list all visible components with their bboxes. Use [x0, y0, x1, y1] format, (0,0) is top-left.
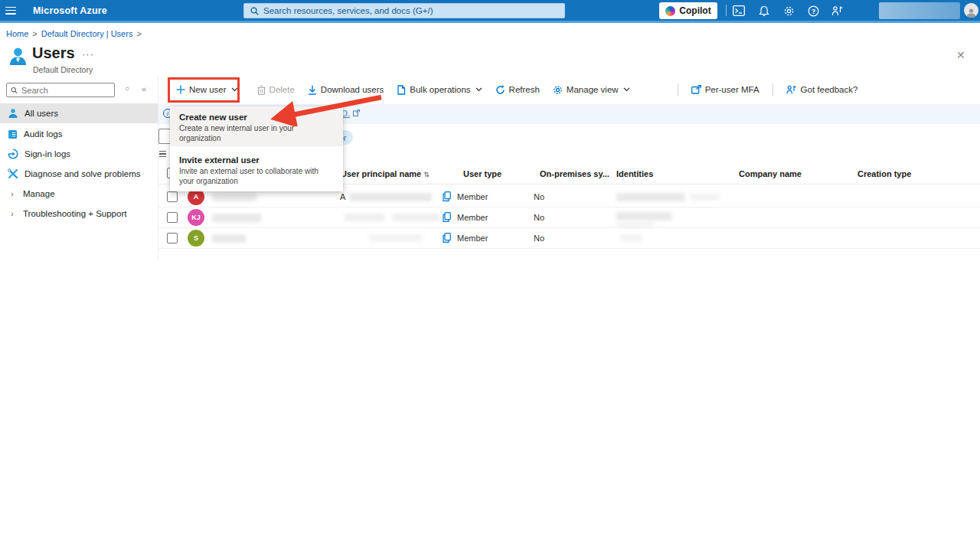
feedback-flag-icon [786, 85, 797, 94]
user-type-cell: Member [457, 213, 488, 222]
sidebar-item-diagnose[interactable]: Diagnose and solve problems [0, 164, 158, 184]
column-header-creation-type[interactable]: Creation type [858, 169, 911, 178]
column-header-on-premises[interactable]: On-premises sy... [540, 169, 609, 178]
global-search-placeholder: Search resources, services, and docs (G+… [263, 6, 433, 15]
redacted-identities [691, 194, 720, 201]
new-user-button[interactable]: New user [170, 85, 244, 94]
topbar-divider [726, 5, 727, 16]
sidebar-mini-circle-icon[interactable]: ○ [125, 84, 129, 93]
download-users-label: Download users [321, 85, 384, 94]
delete-button[interactable]: Delete [257, 85, 295, 95]
menu-item-description: Invite an external user to collaborate w… [179, 167, 334, 186]
sidebar-item-label: Troubleshooting + Support [23, 209, 126, 218]
row-checkbox[interactable] [167, 233, 178, 243]
breadcrumb-home-link[interactable]: Home [6, 29, 28, 38]
copy-icon[interactable] [443, 212, 451, 222]
per-user-mfa-label: Per-user MFA [705, 85, 760, 94]
copilot-label: Copilot [679, 5, 710, 16]
chevron-right-icon: › [8, 190, 17, 198]
copy-icon[interactable] [443, 233, 451, 243]
title-more-icon[interactable]: ··· [82, 48, 94, 60]
breadcrumb-current-link[interactable]: Default Directory | Users [41, 29, 133, 38]
sidebar-item-label: Audit logs [24, 129, 63, 139]
got-feedback-label: Got feedback? [801, 85, 858, 94]
sidebar-collapse-icon[interactable]: « [142, 84, 146, 93]
manage-view-label: Manage view [567, 85, 619, 94]
chevron-down-icon [475, 87, 482, 92]
redacted-identities [616, 212, 671, 221]
sidebar-item-audit-logs[interactable]: Audit logs [0, 124, 158, 144]
column-header-label: User principal name [341, 169, 421, 178]
hamburger-menu-icon[interactable] [5, 7, 16, 15]
bulk-operations-button[interactable]: Bulk operations [397, 85, 482, 95]
per-user-mfa-button[interactable]: Per-user MFA [691, 85, 760, 94]
table-row[interactable] [158, 208, 980, 228]
user-type-cell: Member [457, 234, 488, 243]
sidebar-item-troubleshooting[interactable]: › Troubleshooting + Support [0, 204, 158, 224]
redacted-upn [392, 214, 439, 221]
open-window-icon [691, 85, 701, 94]
svg-text:?: ? [811, 7, 815, 15]
settings-gear-icon[interactable] [782, 4, 795, 18]
bulk-operations-icon [397, 85, 406, 95]
sidebar-search-field[interactable] [21, 86, 110, 95]
on-premises-cell: No [534, 192, 544, 201]
manage-view-button[interactable]: Manage view [553, 85, 630, 95]
menu-item-invite-external-user[interactable]: Invite external user Invite an external … [170, 149, 343, 191]
sidebar-item-sign-in-logs[interactable]: Sign-in logs [0, 144, 158, 164]
column-header-upn[interactable]: User principal name ⇅ [341, 169, 430, 178]
cloud-shell-icon[interactable] [732, 4, 746, 18]
refresh-button[interactable]: Refresh [495, 85, 540, 95]
download-icon [308, 85, 317, 95]
sidebar-item-manage[interactable]: › Manage [0, 184, 158, 204]
trash-icon [257, 85, 266, 95]
copilot-button[interactable]: Copilot [659, 2, 717, 19]
column-header-company-name[interactable]: Company name [739, 169, 802, 178]
table-row[interactable] [158, 228, 980, 249]
user-avatar[interactable] [964, 3, 978, 18]
column-header-user-type[interactable]: User type [463, 169, 501, 178]
upn-cell: A [340, 192, 345, 201]
notifications-bell-icon[interactable] [757, 4, 771, 18]
search-icon [11, 87, 18, 94]
sidebar-item-label: Manage [23, 189, 55, 198]
command-bar: New user Delete Download users Bulk oper… [170, 77, 858, 103]
close-blade-icon[interactable]: ✕ [956, 49, 965, 61]
refresh-icon [495, 85, 505, 95]
bulk-operations-label: Bulk operations [410, 85, 470, 94]
column-header-identities[interactable]: Identities [616, 169, 653, 178]
menu-item-create-new-user[interactable]: Create new user Create a new internal us… [170, 106, 343, 146]
toolbar-divider [773, 83, 773, 96]
redacted-identities [616, 222, 655, 227]
breadcrumb: Home > Default Directory | Users > [6, 29, 142, 38]
on-premises-cell: No [534, 213, 544, 222]
copilot-icon [665, 6, 675, 16]
got-feedback-button[interactable]: Got feedback? [786, 85, 858, 94]
sidebar-item-label: Sign-in logs [24, 149, 70, 158]
sort-icon: ⇅ [423, 171, 430, 178]
redacted-upn [369, 234, 423, 241]
copy-icon[interactable] [443, 191, 451, 201]
filter-icon[interactable] [159, 151, 166, 157]
sidebar-item-label: Diagnose and solve problems [24, 169, 141, 178]
row-checkbox[interactable] [167, 191, 178, 202]
on-premises-cell: No [534, 234, 544, 243]
row-checkbox[interactable] [167, 212, 178, 223]
avatar: KJ [188, 209, 204, 226]
person-icon [8, 108, 18, 119]
redacted-identities [616, 193, 685, 201]
global-search-input[interactable]: Search resources, services, and docs (G+… [243, 3, 565, 18]
row-separator [158, 248, 980, 249]
external-link-icon[interactable] [353, 109, 360, 116]
redacted-display-name [212, 214, 261, 222]
sidebar-item-all-users[interactable]: All users [0, 103, 158, 123]
menu-item-description: Create a new internal user in your organ… [179, 124, 334, 143]
brand-title: Microsoft Azure [33, 5, 107, 16]
help-icon[interactable]: ? [806, 4, 820, 18]
feedback-icon[interactable] [831, 4, 844, 18]
download-users-button[interactable]: Download users [308, 85, 384, 95]
user-type-cell: Member [457, 192, 488, 201]
new-user-dropdown-menu: Create new user Create a new internal us… [170, 106, 343, 191]
sidebar-search-input[interactable] [6, 83, 115, 97]
sidebar-item-label: All users [24, 109, 58, 118]
